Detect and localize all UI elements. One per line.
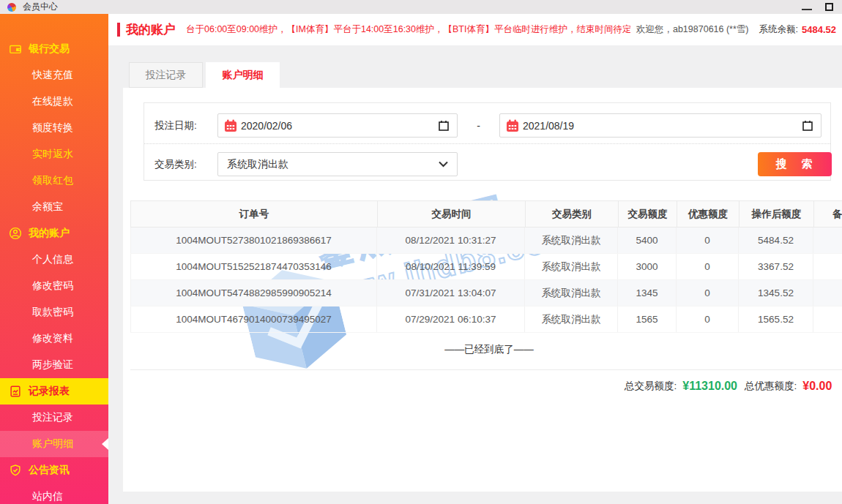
- window-title: 会员中心: [23, 1, 58, 13]
- table-cell: 1004MOUT4679014000739495027: [130, 306, 377, 332]
- table-cell: 1345.52: [739, 280, 813, 306]
- end-of-list-text: ——已经到底了——: [130, 343, 842, 356]
- page-header: 我的账户 台于06:00至09:00维护，【IM体育】平台于14:00至16:3…: [108, 14, 842, 45]
- table-row: 1004MOUT547488298599090521407/31/2021 13…: [130, 280, 842, 306]
- table-cell: 08/10/2021 11:39:59: [377, 254, 525, 279]
- calendar-red-icon: [224, 119, 237, 132]
- sidebar-item[interactable]: 修改密码: [0, 273, 108, 299]
- category-value: 系统取消出款: [227, 158, 288, 171]
- date-picker-icon[interactable]: [438, 120, 450, 132]
- total-discount-label: 总优惠额度:: [745, 380, 797, 393]
- user-icon: [9, 227, 22, 240]
- table-header-cell: 交易类别: [526, 201, 619, 227]
- minimize-icon[interactable]: [802, 9, 812, 10]
- table-cell: 08/12/2021 10:31:27: [377, 227, 525, 253]
- sidebar-item-label: 取款密码: [32, 306, 73, 319]
- sidebar-item[interactable]: 取款密码: [0, 299, 108, 326]
- table-cell: 0: [677, 280, 739, 306]
- sidebar-item[interactable]: 额度转换: [0, 115, 108, 141]
- table-header-row: 订单号交易时间交易类别交易额度优惠额度操作后额度备注: [130, 200, 842, 227]
- date-picker-icon[interactable]: [802, 120, 813, 132]
- total-trade-label: 总交易额度:: [625, 380, 677, 393]
- date-to-input[interactable]: 2021/08/19: [499, 113, 821, 138]
- table-header-cell: 操作后额度: [739, 201, 814, 227]
- table-header-cell: 备注: [814, 201, 842, 227]
- table-cell: 07/29/2021 06:10:37: [377, 306, 525, 332]
- sidebar-item-label: 修改密码: [32, 279, 73, 293]
- table-row: 1004MOUT467901400073949502707/29/2021 06…: [130, 306, 842, 333]
- table-cell: 系统取消出款: [525, 227, 618, 253]
- tab-account-details[interactable]: 账户明细: [206, 62, 280, 88]
- table-header-cell: 交易额度: [619, 201, 677, 227]
- sidebar-item[interactable]: 账户明细: [0, 431, 108, 457]
- table-cell: 系统取消出款: [525, 254, 618, 279]
- main-area: 我的账户 台于06:00至09:00维护，【IM体育】平台于14:00至16:3…: [108, 14, 842, 504]
- sidebar-section[interactable]: 我的账户: [0, 220, 108, 247]
- table-header-cell: 订单号: [131, 201, 378, 227]
- wallet-icon: [9, 42, 22, 56]
- content-panel: 鉴黑担保网 www.jhdb8.com 投注日期: 2020/02/06: [123, 88, 842, 492]
- table-cell: 5484.52: [739, 227, 813, 253]
- date-from-input[interactable]: 2020/02/06: [217, 113, 458, 138]
- sidebar-item-label: 公告资讯: [29, 464, 70, 477]
- category-select[interactable]: 系统取消出款: [217, 152, 458, 176]
- window-titlebar: 会员中心: [0, 0, 842, 14]
- table-cell: [813, 227, 842, 253]
- sidebar-item-label: 快速充值: [32, 69, 73, 82]
- sidebar-item[interactable]: 实时返水: [0, 141, 108, 168]
- sidebar-item[interactable]: 余额宝: [0, 194, 108, 220]
- range-separator: -: [458, 120, 499, 132]
- sidebar-item-label: 修改资料: [32, 332, 73, 345]
- total-trade-value: ¥11310.00: [682, 380, 737, 393]
- sidebar-item[interactable]: 站内信: [0, 484, 108, 504]
- table-cell: 1565: [618, 306, 677, 332]
- balance-label: 系统余额:: [759, 23, 798, 36]
- table-cell: 0: [677, 227, 739, 253]
- sidebar-item-label: 领取红包: [32, 174, 73, 187]
- tab-bet-records[interactable]: 投注记录: [129, 62, 203, 88]
- sidebar-item-label: 记录报表: [29, 385, 70, 398]
- sidebar-item-label: 在线提款: [32, 95, 73, 108]
- sidebar-item[interactable]: 在线提款: [0, 89, 108, 115]
- sidebar-item-label: 我的账户: [29, 227, 70, 240]
- maximize-icon[interactable]: [825, 3, 833, 11]
- sidebar-item-label: 实时返水: [32, 148, 73, 161]
- sidebar-item-label: 余额宝: [32, 200, 63, 214]
- sidebar-item-label: 两步验证: [32, 358, 73, 372]
- sidebar-item-label: 额度转换: [32, 121, 73, 135]
- sidebar-item[interactable]: 个人信息: [0, 247, 108, 273]
- category-filter-row: 交易类别: 系统取消出款: [144, 152, 830, 176]
- calendar-red-icon: [506, 119, 519, 132]
- sidebar-item[interactable]: 修改资料: [0, 326, 108, 352]
- shield-icon: [9, 464, 22, 477]
- filter-box: 投注日期: 2020/02/06 -: [144, 102, 831, 181]
- sidebar: 银行交易快速充值在线提款额度转换实时返水领取红包余额宝我的账户个人信息修改密码取…: [0, 14, 108, 504]
- sidebar-section[interactable]: 记录报表: [0, 378, 108, 405]
- table-cell: 系统取消出款: [525, 280, 618, 306]
- sidebar-section[interactable]: 银行交易: [0, 36, 108, 62]
- sidebar-item[interactable]: 投注记录: [0, 405, 108, 431]
- table-header-cell: 交易时间: [378, 201, 526, 227]
- table-row: 1004MOUT515252187447035314608/10/2021 11…: [130, 254, 842, 280]
- date-to-value: 2021/08/19: [523, 120, 574, 132]
- table-cell: 1004MOUT5273801021869386617: [130, 227, 377, 253]
- table-header-cell: 优惠额度: [677, 201, 739, 227]
- sidebar-item[interactable]: 两步验证: [0, 352, 108, 378]
- sidebar-item[interactable]: 快速充值: [0, 62, 108, 89]
- app-icon: [7, 3, 16, 12]
- sidebar-item-label: 投注记录: [32, 411, 73, 424]
- table-cell: 0: [677, 254, 739, 279]
- search-button[interactable]: 搜 索: [758, 152, 832, 176]
- dotted-divider: [144, 143, 830, 144]
- table-cell: 1565.52: [739, 306, 813, 332]
- date-filter-row: 投注日期: 2020/02/06 -: [144, 113, 830, 138]
- date-range-label: 投注日期:: [144, 119, 217, 132]
- sidebar-item-label: 银行交易: [29, 42, 70, 56]
- sidebar-item[interactable]: 领取红包: [0, 168, 108, 194]
- maintenance-notice: 台于06:00至09:00维护，【IM体育】平台于14:00至16:30维护，【…: [186, 23, 630, 36]
- sidebar-section[interactable]: 公告资讯: [0, 457, 108, 484]
- table-cell: 07/31/2021 13:04:07: [377, 280, 525, 306]
- transactions-table: 订单号交易时间交易类别交易额度优惠额度操作后额度备注1004MOUT527380…: [130, 200, 842, 333]
- date-from-value: 2020/02/06: [241, 120, 292, 132]
- table-row: 1004MOUT527380102186938661708/12/2021 10…: [130, 227, 842, 254]
